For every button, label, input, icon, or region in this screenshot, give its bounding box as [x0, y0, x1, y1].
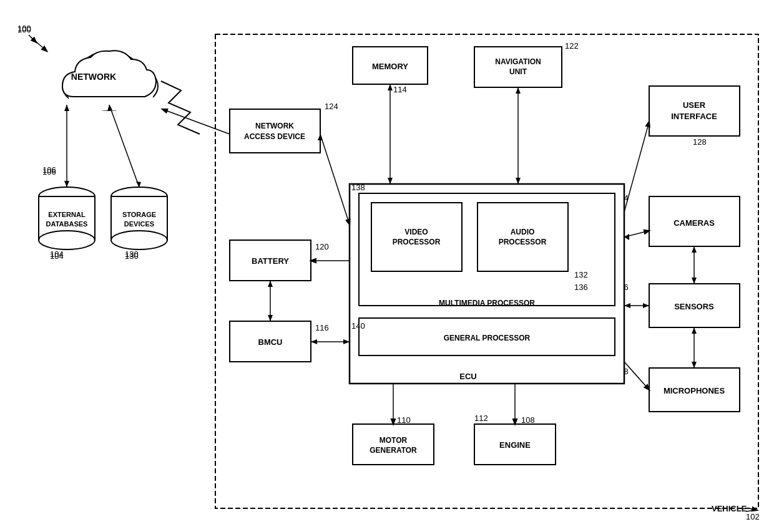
svg-text:108: 108: [521, 415, 535, 425]
svg-text:128: 128: [693, 137, 707, 147]
svg-text:114: 114: [393, 85, 407, 94]
ref-100: 100: [17, 24, 31, 33]
svg-marker-112: [692, 246, 697, 253]
svg-text:132: 132: [574, 270, 588, 279]
svg-text:MOTOR: MOTOR: [380, 436, 408, 445]
svg-text:ENGINE: ENGINE: [499, 440, 531, 450]
svg-text:PROCESSOR: PROCESSOR: [499, 238, 547, 246]
svg-rect-75: [478, 203, 568, 271]
svg-text:ECU: ECU: [459, 372, 476, 381]
svg-marker-97: [268, 315, 273, 321]
svg-text:GENERATOR: GENERATOR: [370, 446, 417, 455]
svg-text:NETWORK: NETWORK: [71, 72, 116, 82]
svg-rect-72: [371, 203, 462, 271]
svg-rect-55: [649, 86, 740, 136]
svg-line-118: [31, 37, 47, 51]
svg-text:138: 138: [351, 183, 365, 192]
svg-text:AUDIO: AUDIO: [511, 228, 535, 236]
svg-text:110: 110: [397, 415, 411, 425]
svg-text:120: 120: [315, 242, 329, 251]
svg-marker-115: [692, 327, 697, 334]
svg-point-17: [39, 231, 95, 249]
svg-rect-31: [230, 109, 320, 153]
diagram-container: VEHICLE 102 100 106 NETWORK 104 130 EXTE…: [0, 0, 774, 532]
ref-104: 104: [50, 249, 64, 259]
svg-line-28: [109, 105, 139, 187]
svg-marker-98: [268, 281, 273, 287]
svg-text:NAVIGATION: NAVIGATION: [495, 57, 541, 66]
svg-text:BMCU: BMCU: [258, 337, 283, 347]
svg-text:VEHICLE: VEHICLE: [712, 504, 747, 513]
svg-text:GENERAL PROCESSOR: GENERAL PROCESSOR: [444, 334, 531, 342]
ref-106: 106: [42, 165, 56, 175]
svg-point-22: [111, 231, 167, 249]
svg-text:102: 102: [746, 512, 760, 521]
svg-text:140: 140: [351, 321, 365, 331]
svg-text:EXTERNAL: EXTERNAL: [48, 211, 86, 218]
svg-line-86: [320, 134, 350, 225]
svg-marker-93: [516, 87, 521, 94]
svg-text:PROCESSOR: PROCESSOR: [393, 238, 441, 246]
svg-text:STORAGE: STORAGE: [122, 211, 156, 218]
diagram-svg: VEHICLE 102 100 106 NETWORK 104 130 EXTE…: [0, 0, 774, 532]
svg-line-3: [746, 510, 755, 511]
svg-text:MEMORY: MEMORY: [372, 62, 408, 71]
svg-text:INTERFACE: INTERFACE: [671, 112, 717, 121]
svg-marker-111: [692, 278, 697, 284]
svg-text:UNIT: UNIT: [509, 67, 527, 76]
ref-130: 130: [125, 249, 139, 259]
svg-line-85: [162, 109, 230, 134]
svg-text:BATTERY: BATTERY: [252, 256, 289, 266]
svg-text:NETWORK: NETWORK: [255, 122, 294, 130]
svg-text:116: 116: [315, 323, 329, 332]
svg-text:112: 112: [474, 414, 488, 423]
svg-text:136: 136: [574, 283, 588, 292]
svg-marker-27: [64, 105, 69, 111]
svg-text:CAMERAS: CAMERAS: [674, 218, 715, 228]
svg-marker-107: [624, 303, 630, 308]
svg-text:DATABASES: DATABASES: [46, 220, 88, 228]
svg-text:122: 122: [565, 41, 579, 51]
svg-marker-101: [311, 339, 317, 344]
svg-marker-89: [388, 178, 393, 184]
svg-text:VIDEO: VIDEO: [404, 228, 428, 236]
svg-marker-26: [64, 181, 69, 187]
svg-text:USER: USER: [683, 100, 706, 110]
svg-marker-114: [692, 362, 697, 368]
svg-marker-90: [388, 84, 393, 90]
svg-marker-92: [516, 178, 521, 184]
svg-text:124: 124: [325, 102, 338, 111]
svg-text:DEVICES: DEVICES: [124, 220, 154, 228]
svg-marker-100: [343, 339, 350, 344]
svg-text:MICROPHONES: MICROPHONES: [664, 386, 725, 395]
svg-text:ACCESS DEVICE: ACCESS DEVICE: [244, 132, 305, 141]
svg-text:SENSORS: SENSORS: [674, 302, 714, 311]
svg-marker-108: [643, 303, 649, 308]
svg-text:MULTIMEDIA PROCESSOR: MULTIMEDIA PROCESSOR: [439, 299, 535, 307]
svg-line-103: [624, 122, 649, 212]
